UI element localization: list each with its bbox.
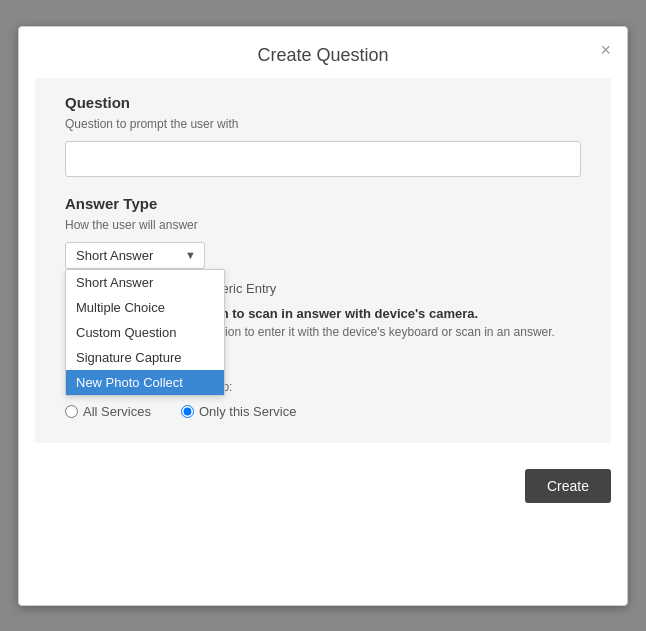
answer-type-subtitle: How the user will answer bbox=[65, 218, 581, 232]
dropdown-item-new-photo-collect[interactable]: New Photo Collect bbox=[66, 370, 224, 395]
modal-body: Question Question to prompt the user wit… bbox=[35, 78, 611, 443]
modal-header: Create Question × bbox=[19, 27, 627, 78]
create-button[interactable]: Create bbox=[525, 469, 611, 503]
answer-type-title: Answer Type bbox=[65, 195, 581, 212]
dropdown-selected-value: Short Answer bbox=[76, 248, 153, 263]
dropdown-item-multiple-choice[interactable]: Multiple Choice bbox=[66, 295, 224, 320]
all-services-option[interactable]: All Services bbox=[65, 404, 151, 419]
all-services-label: All Services bbox=[83, 404, 151, 419]
only-this-service-label: Only this Service bbox=[199, 404, 297, 419]
answer-type-dropdown-container: Short Answer ▼ Short Answer Multiple Cho… bbox=[65, 242, 205, 269]
dropdown-item-short-answer[interactable]: Short Answer bbox=[66, 270, 224, 295]
modal-dialog: Create Question × Question Question to p… bbox=[18, 26, 628, 606]
answer-type-section: Answer Type How the user will answer Sho… bbox=[65, 195, 581, 339]
only-this-service-radio[interactable] bbox=[181, 405, 194, 418]
question-section-title: Question bbox=[65, 94, 581, 111]
dropdown-arrow-icon: ▼ bbox=[185, 249, 196, 261]
modal-title: Create Question bbox=[39, 45, 607, 66]
question-input[interactable] bbox=[65, 141, 581, 177]
all-services-radio[interactable] bbox=[65, 405, 78, 418]
dropdown-item-signature-capture[interactable]: Signature Capture bbox=[66, 345, 224, 370]
close-button[interactable]: × bbox=[600, 41, 611, 59]
modal-overlay: Create Question × Question Question to p… bbox=[0, 0, 646, 631]
question-section: Question Question to prompt the user wit… bbox=[65, 94, 581, 195]
dropdown-menu: Short Answer Multiple Choice Custom Ques… bbox=[65, 269, 225, 396]
service-options-row: All Services Only this Service bbox=[65, 404, 581, 419]
dropdown-item-custom-question[interactable]: Custom Question bbox=[66, 320, 224, 345]
modal-footer: Create bbox=[19, 459, 627, 519]
only-this-service-option[interactable]: Only this Service bbox=[181, 404, 297, 419]
answer-type-dropdown[interactable]: Short Answer ▼ bbox=[65, 242, 205, 269]
question-section-subtitle: Question to prompt the user with bbox=[65, 117, 581, 131]
